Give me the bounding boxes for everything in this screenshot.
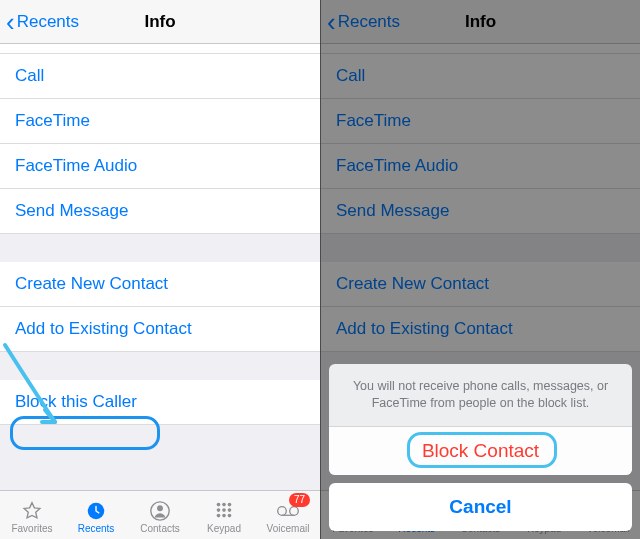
svg-point-13 (290, 506, 299, 515)
row-label: Call (15, 66, 44, 85)
action-group-1: Call FaceTime FaceTime Audio Send Messag… (0, 44, 320, 234)
row-facetime[interactable]: FaceTime (0, 99, 320, 144)
action-sheet: You will not receive phone calls, messag… (329, 364, 632, 531)
svg-point-3 (217, 502, 221, 506)
tab-voicemail[interactable]: 77 Voicemail (256, 491, 320, 539)
svg-point-2 (157, 505, 163, 511)
row-create-contact[interactable]: Create New Contact (0, 262, 320, 307)
row-facetime-audio[interactable]: FaceTime Audio (0, 144, 320, 189)
svg-point-7 (222, 508, 226, 512)
chevron-left-icon: ‹ (6, 9, 15, 35)
svg-point-8 (228, 508, 232, 512)
keypad-icon (212, 500, 236, 522)
row-label: Block this Caller (15, 392, 137, 411)
row-add-existing[interactable]: Add to Existing Contact (0, 307, 320, 352)
action-group-2: Create New Contact Add to Existing Conta… (0, 262, 320, 352)
back-button[interactable]: ‹ Recents (6, 0, 79, 43)
clock-icon (84, 500, 108, 522)
button-label: Block Contact (422, 440, 539, 461)
cancel-button[interactable]: Cancel (329, 483, 632, 531)
row-label: FaceTime Audio (15, 156, 137, 175)
row-block-caller[interactable]: Block this Caller (0, 380, 320, 425)
phone-left: ‹ Recents Info Call FaceTime FaceTime Au… (0, 0, 320, 539)
button-label: Cancel (449, 496, 511, 517)
content-area: Call FaceTime FaceTime Audio Send Messag… (0, 44, 320, 425)
tab-recents[interactable]: Recents (64, 491, 128, 539)
tab-label: Contacts (140, 523, 179, 534)
row-send-message[interactable]: Send Message (0, 189, 320, 234)
block-contact-button[interactable]: Block Contact (329, 427, 632, 475)
voicemail-badge: 77 (289, 493, 310, 507)
tab-label: Favorites (11, 523, 52, 534)
tab-favorites[interactable]: Favorites (0, 491, 64, 539)
svg-point-5 (228, 502, 232, 506)
partial-row (0, 44, 320, 54)
row-call[interactable]: Call (0, 54, 320, 99)
phone-right: ‹ Recents Info Call FaceTime FaceTime Au… (320, 0, 640, 539)
back-label: Recents (17, 12, 79, 32)
row-label: Add to Existing Contact (15, 319, 192, 338)
svg-point-11 (228, 513, 232, 517)
tab-contacts[interactable]: Contacts (128, 491, 192, 539)
navbar: ‹ Recents Info (0, 0, 320, 44)
row-label: FaceTime (15, 111, 90, 130)
tab-keypad[interactable]: Keypad (192, 491, 256, 539)
page-title: Info (144, 12, 175, 32)
row-label: Send Message (15, 201, 128, 220)
star-icon (20, 500, 44, 522)
action-sheet-body: You will not receive phone calls, messag… (329, 364, 632, 475)
svg-point-6 (217, 508, 221, 512)
tab-label: Recents (78, 523, 115, 534)
svg-point-10 (222, 513, 226, 517)
svg-point-12 (278, 506, 287, 515)
action-group-3: Block this Caller (0, 380, 320, 425)
tab-label: Voicemail (267, 523, 310, 534)
tab-label: Keypad (207, 523, 241, 534)
row-label: Create New Contact (15, 274, 168, 293)
svg-point-9 (217, 513, 221, 517)
action-sheet-message: You will not receive phone calls, messag… (329, 364, 632, 427)
svg-point-4 (222, 502, 226, 506)
person-icon (148, 500, 172, 522)
tabbar: Favorites Recents Contacts Keypad (0, 490, 320, 539)
